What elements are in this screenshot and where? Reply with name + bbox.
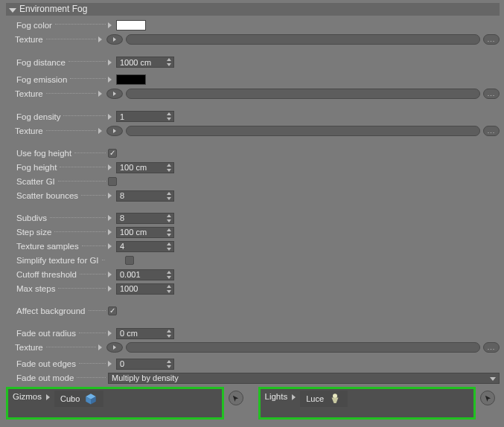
expand-icon[interactable] [108, 330, 112, 336]
expand-icon[interactable] [98, 128, 102, 134]
use-fog-height-checkbox[interactable] [108, 149, 117, 158]
subdivs-field[interactable]: 8 [116, 213, 174, 224]
chevron-up-icon[interactable] [167, 164, 171, 167]
chevron-down-icon[interactable] [167, 219, 171, 222]
scatter-bounces-field[interactable]: 8 [116, 190, 174, 202]
row-fog-color: Fog color [6, 19, 500, 31]
label-texture-samples: Texture samples [16, 242, 82, 251]
expand-icon[interactable] [108, 215, 112, 221]
gizmos-target-button[interactable] [229, 391, 243, 405]
chevron-down-icon[interactable] [167, 276, 171, 279]
fade-out-radius-field[interactable]: 0 cm [116, 328, 174, 339]
chevron-down-icon[interactable] [167, 365, 171, 368]
label-texture: Texture [15, 126, 46, 135]
chevron-down-icon[interactable] [167, 335, 171, 338]
light-chip[interactable]: Luce [300, 391, 348, 407]
chevron-down-icon[interactable] [167, 234, 171, 237]
texture-slot[interactable] [126, 34, 480, 45]
row-fog-height: Fog height 100 cm [6, 161, 500, 173]
chevron-up-icon[interactable] [167, 58, 171, 61]
expand-icon[interactable] [292, 394, 296, 400]
expand-icon[interactable] [108, 286, 112, 292]
fog-height-field[interactable]: 100 cm [116, 162, 174, 173]
texture-picker-button[interactable] [106, 126, 123, 136]
chevron-down-icon[interactable] [167, 63, 171, 66]
chevron-up-icon[interactable] [167, 228, 171, 231]
chevron-up-icon[interactable] [167, 192, 171, 195]
expand-icon[interactable] [108, 77, 112, 83]
chevron-down-icon[interactable] [167, 248, 171, 251]
fog-distance-field[interactable]: 1000 cm [116, 57, 174, 68]
expand-icon[interactable] [98, 91, 102, 97]
texture-picker-button[interactable] [106, 342, 123, 353]
chevron-down-icon [490, 377, 496, 381]
scatter-gi-checkbox[interactable] [108, 177, 117, 186]
texture-samples-field[interactable]: 4 [116, 241, 174, 252]
expand-icon[interactable] [108, 243, 112, 249]
expand-icon[interactable] [108, 229, 112, 235]
expand-icon[interactable] [108, 272, 112, 277]
chevron-down-icon[interactable] [167, 290, 171, 293]
max-steps-field[interactable]: 1000 [116, 283, 174, 295]
expand-icon[interactable] [98, 344, 102, 350]
chevron-up-icon[interactable] [167, 360, 171, 363]
row-scatter-gi: Scatter GI [6, 176, 500, 187]
label-fog-color: Fog color [16, 21, 55, 30]
expand-icon[interactable] [108, 361, 112, 367]
chevron-down-icon[interactable] [167, 118, 171, 121]
chevron-up-icon[interactable] [167, 285, 171, 288]
gizmo-chip[interactable]: Cubo [54, 391, 103, 407]
texture-slot[interactable] [126, 89, 480, 99]
play-icon [113, 92, 116, 96]
chevron-up-icon[interactable] [167, 214, 171, 217]
row-fade-out-radius: Fade out radius 0 cm [6, 327, 500, 339]
chevron-up-icon[interactable] [167, 330, 171, 333]
chevron-down-icon[interactable] [167, 169, 171, 172]
row-scatter-bounces: Scatter bounces 8 [6, 190, 500, 202]
row-texture-samples: Texture samples 4 [6, 240, 500, 252]
expand-icon[interactable] [108, 193, 112, 199]
label-texture: Texture [15, 89, 46, 98]
svg-point-3 [333, 394, 337, 398]
lights-block: Lights Luce [258, 387, 476, 420]
chevron-up-icon[interactable] [167, 243, 171, 245]
label-fade-out-mode: Fade out mode [16, 373, 77, 382]
row-simplify-texture: Simplify texture for GI [6, 254, 500, 266]
play-icon [113, 37, 116, 42]
texture-browse-button[interactable]: ... [483, 89, 500, 99]
section-header[interactable]: Environment Fog [6, 3, 500, 16]
texture-slot[interactable] [126, 342, 480, 353]
expand-icon[interactable] [108, 22, 112, 28]
texture-slot[interactable] [126, 126, 480, 136]
fade-out-edges-field[interactable]: 0 [116, 359, 174, 370]
fog-density-field[interactable]: 1 [116, 111, 174, 122]
texture-picker-button[interactable] [106, 89, 123, 99]
label-subdivs: Subdivs [16, 214, 50, 222]
fog-emission-swatch[interactable] [116, 74, 146, 85]
texture-browse-button[interactable]: ... [483, 126, 500, 136]
fade-out-mode-dropdown[interactable]: Multiply by density [108, 373, 500, 384]
texture-picker-button[interactable] [106, 34, 123, 45]
row-fade-out-texture: Texture ... [15, 341, 500, 353]
texture-browse-button[interactable]: ... [483, 342, 500, 353]
chevron-up-icon[interactable] [167, 271, 171, 274]
expand-icon[interactable] [108, 164, 112, 170]
gizmos-block: Gizmos Cubo [6, 387, 224, 420]
simplify-texture-checkbox[interactable] [125, 256, 134, 265]
expand-icon[interactable] [98, 36, 102, 42]
expand-icon[interactable] [108, 114, 112, 120]
affect-background-checkbox[interactable] [108, 306, 117, 315]
row-affect-background: Affect background [6, 305, 500, 317]
cutoff-threshold-field[interactable]: 0.001 [116, 269, 174, 280]
texture-browse-button[interactable]: ... [483, 34, 500, 45]
fog-color-swatch[interactable] [116, 20, 146, 30]
row-fog-emission: Fog emission [6, 73, 500, 86]
step-size-field[interactable]: 100 cm [116, 227, 174, 238]
expand-icon[interactable] [46, 394, 50, 400]
label-fog-density: Fog density [16, 112, 63, 121]
chevron-down-icon[interactable] [167, 197, 171, 200]
label-affect-background: Affect background [16, 306, 89, 315]
expand-icon[interactable] [108, 60, 112, 65]
lights-target-button[interactable] [480, 391, 495, 405]
chevron-up-icon[interactable] [167, 112, 171, 115]
